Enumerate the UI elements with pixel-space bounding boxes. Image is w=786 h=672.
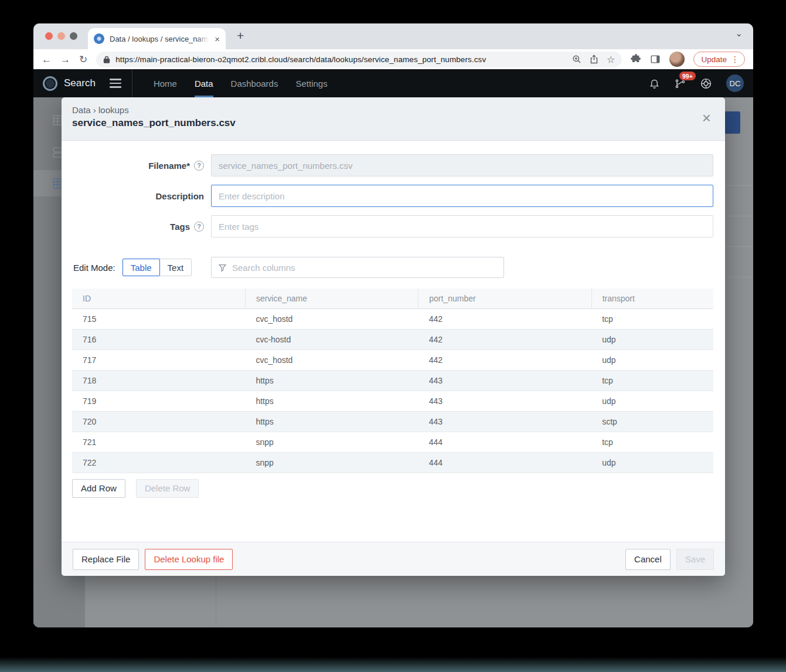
user-avatar[interactable]: DC — [726, 74, 744, 92]
lookup-table-body: 715cvc_hostd442tcp716cvc-hostd442udp717c… — [72, 308, 713, 473]
tags-label: Tags ? — [72, 222, 204, 232]
nav-item-home[interactable]: Home — [154, 69, 177, 97]
table-cell[interactable]: 442 — [418, 308, 591, 329]
search-columns-input[interactable] — [232, 263, 497, 273]
table-cell[interactable]: 443 — [418, 391, 591, 411]
table-cell[interactable]: https — [245, 391, 418, 411]
hamburger-menu-icon[interactable] — [110, 79, 121, 88]
column-header-id[interactable]: ID — [72, 289, 245, 308]
table-cell[interactable]: 716 — [72, 329, 245, 349]
table-cell[interactable]: cvc-hostd — [245, 329, 418, 349]
browser-tab[interactable]: Data / lookups / service_names × — [88, 28, 226, 49]
extensions-puzzle-icon[interactable] — [631, 54, 641, 65]
table-row: 716cvc-hostd442udp — [72, 329, 713, 349]
table-cell[interactable]: 443 — [418, 370, 591, 391]
table-cell[interactable]: cvc_hostd — [245, 308, 418, 329]
table-cell[interactable]: tcp — [591, 370, 713, 391]
tab-search-chevron-icon[interactable]: ⌄ — [735, 28, 743, 39]
bookmark-star-icon[interactable]: ☆ — [607, 54, 615, 65]
minimize-window-button[interactable] — [57, 32, 65, 40]
forward-icon[interactable]: → — [60, 55, 70, 65]
nav-item-dashboards[interactable]: Dashboards — [231, 69, 278, 97]
filename-label: Filename* ? — [72, 161, 204, 171]
breadcrumb: Data › lookups — [72, 105, 714, 115]
nav-item-settings[interactable]: Settings — [295, 69, 327, 97]
table-row: 719https443udp — [72, 391, 713, 411]
lock-icon — [103, 56, 110, 63]
cribl-logo-icon[interactable] — [43, 76, 57, 91]
edit-mode-table-option[interactable]: Table — [123, 259, 160, 276]
table-cell[interactable]: 720 — [72, 411, 245, 432]
close-icon[interactable]: × — [702, 110, 711, 125]
new-tab-button[interactable]: + — [237, 29, 244, 43]
tags-label-text: Tags — [170, 222, 190, 232]
table-cell[interactable]: 721 — [72, 432, 245, 452]
table-cell[interactable]: snpp — [245, 432, 418, 452]
table-cell[interactable]: udp — [591, 452, 713, 473]
column-header-transport[interactable]: transport — [591, 289, 713, 308]
tab-close-icon[interactable]: × — [215, 34, 220, 44]
reload-icon[interactable]: ↻ — [79, 55, 87, 65]
table-cell[interactable]: 717 — [72, 349, 245, 370]
browser-profile-avatar[interactable] — [669, 52, 685, 67]
delete-lookup-file-button[interactable]: Delete Lookup file — [145, 549, 233, 570]
description-field[interactable] — [211, 185, 713, 207]
browser-window: Data / lookups / service_names × + ⌄ ← →… — [33, 23, 753, 627]
url-bar[interactable]: https://main-practical-bieron-o2qmot2.cr… — [96, 52, 622, 67]
table-cell[interactable]: cvc_hostd — [245, 349, 418, 370]
table-cell[interactable]: sctp — [591, 411, 713, 432]
modal-header: Data › lookups service_names_port_number… — [62, 97, 725, 141]
table-cell[interactable]: 442 — [418, 329, 591, 349]
edit-mode-control: Edit Mode: Table Text — [72, 259, 204, 276]
table-cell[interactable]: udp — [591, 349, 713, 370]
column-header-port-number[interactable]: port_number — [418, 289, 591, 308]
background-row-line — [726, 277, 753, 277]
zoom-page-icon[interactable] — [572, 55, 581, 64]
table-cell[interactable]: 444 — [418, 432, 591, 452]
table-cell[interactable]: udp — [591, 329, 713, 349]
share-icon[interactable] — [590, 55, 598, 64]
table-cell[interactable]: 443 — [418, 411, 591, 432]
table-cell[interactable]: 444 — [418, 452, 591, 473]
table-cell[interactable]: 442 — [418, 349, 591, 370]
tags-row: Tags ? — [72, 215, 713, 237]
search-columns-box[interactable] — [211, 257, 504, 278]
lookup-table: ID service_name port_number transport 71… — [72, 289, 713, 473]
zoom-window-button[interactable] — [70, 32, 77, 40]
help-lifebuoy-icon[interactable] — [700, 77, 712, 90]
edit-mode-text-option[interactable]: Text — [159, 259, 192, 276]
table-cell[interactable]: tcp — [591, 308, 713, 329]
column-header-service-name[interactable]: service_name — [245, 289, 418, 308]
nav-item-data[interactable]: Data — [195, 69, 213, 97]
replace-file-button[interactable]: Replace File — [73, 549, 139, 570]
update-button[interactable]: Update ⋮ — [693, 52, 745, 67]
table-cell[interactable]: udp — [591, 391, 713, 411]
browser-menu-kebab-icon[interactable]: ⋮ — [731, 55, 739, 64]
table-cell[interactable]: 718 — [72, 370, 245, 391]
commits-branch-icon[interactable]: 99+ — [674, 77, 686, 89]
table-row: 720https443sctp — [72, 411, 713, 432]
description-label: Description — [72, 191, 204, 201]
table-cell[interactable]: snpp — [245, 452, 418, 473]
cancel-button[interactable]: Cancel — [625, 549, 671, 570]
notifications-bell-icon[interactable] — [649, 77, 660, 89]
table-cell[interactable]: 719 — [72, 391, 245, 411]
filename-help-icon[interactable]: ? — [194, 161, 204, 171]
background-row-line — [726, 246, 753, 247]
close-window-button[interactable] — [45, 32, 53, 40]
tags-help-icon[interactable]: ? — [194, 222, 204, 232]
cribl-favicon-icon — [94, 33, 104, 44]
notification-count-badge: 99+ — [679, 72, 696, 80]
tags-field[interactable] — [211, 215, 713, 237]
side-panel-icon[interactable] — [650, 54, 661, 65]
description-label-text: Description — [155, 191, 204, 201]
table-cell[interactable]: https — [245, 370, 418, 391]
table-cell[interactable]: tcp — [591, 432, 713, 452]
table-cell[interactable]: 715 — [72, 308, 245, 329]
add-row-button[interactable]: Add Row — [72, 479, 125, 498]
lookup-table-header: ID service_name port_number transport — [72, 289, 713, 308]
table-cell[interactable]: 722 — [72, 452, 245, 473]
row-actions: Add Row Delete Row — [72, 479, 713, 498]
table-cell[interactable]: https — [245, 411, 418, 432]
back-icon[interactable]: ← — [42, 55, 52, 65]
